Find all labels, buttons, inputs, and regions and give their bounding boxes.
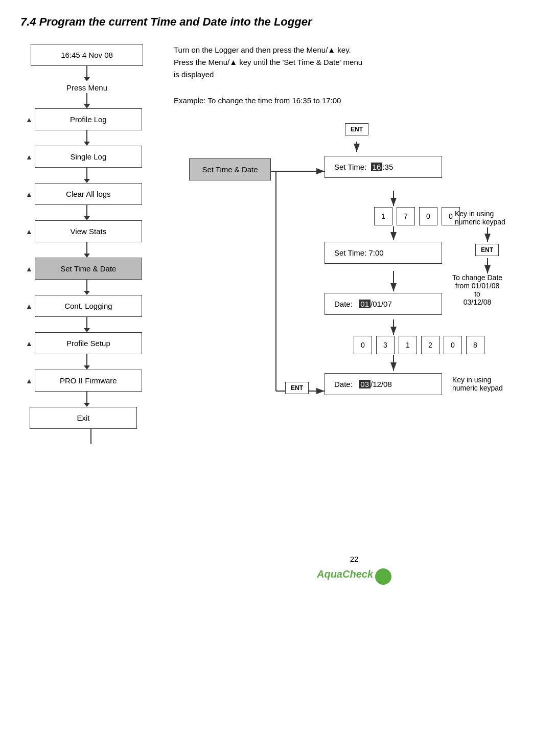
menu-box-clear-logs: Clear All logs [35,183,142,205]
to-change-date-label: To change Datefrom 01/01/08to03/12/08 [452,273,502,306]
key-in-label-1: Key in usingnumeric keypad [455,210,505,226]
menu-box-profile-setup: Profile Setup [35,332,142,354]
key-8: 8 [466,336,484,354]
ent-box-mid: ENT [475,244,499,256]
menu-box-cont-logging: Cont. Logging [35,295,142,317]
triangle-set-time: ▲ [26,265,33,273]
keys-row2: 0 3 1 2 0 8 [353,336,485,354]
ent-box-top: ENT [345,123,368,135]
exit-bottom-line [90,429,91,444]
triangle-profile-log: ▲ [26,116,33,124]
page-title: 7.4 Program the current Time and Date in… [20,15,535,29]
key-3: 3 [376,336,395,354]
menu-item-row-set-time: ▲ Set Time & Date [26,258,148,280]
digit-03: 03 [359,380,371,388]
digit-01: 01 [359,300,371,308]
logo-icon [375,568,391,585]
press-menu-label: Press Menu [66,83,107,92]
instruction-text: Turn on the Logger and then press the Me… [174,44,535,81]
set-time-1635-box: Set Time: 16:35 [325,156,442,178]
triangle-clear-logs: ▲ [26,190,33,198]
logo-area: AquaCheck [174,568,535,585]
arrow-set-time [84,242,90,258]
menu-item-row-clear-logs: ▲ Clear All logs [26,183,148,205]
keys-row1: 1 7 0 0 [373,207,461,225]
arrow-view-stats [84,205,90,220]
key-2: 2 [421,336,440,354]
arrow-profile-setup [84,317,90,332]
initial-display-box: 16:45 4 Nov 08 [31,44,143,66]
date-010107-box: Date: 01/01/07 [325,293,442,315]
ent-box-bottom: ENT [285,382,309,394]
key-1b: 1 [399,336,417,354]
triangle-single-log: ▲ [26,153,33,161]
menu-box-exit: Exit [30,407,137,429]
triangle-view-stats: ▲ [26,227,33,236]
key-7: 7 [397,207,415,225]
menu-item-row-view-stats: ▲ View Stats [26,220,148,242]
menu-box-profile-log: Profile Log [35,108,142,130]
menu-item-row-profile-log: ▲ Profile Log [26,108,148,130]
arrow-clear-logs [84,168,90,183]
triangle-pro-firmware: ▲ [26,377,33,385]
set-time-700-box: Set Time: 7:00 [325,242,442,264]
key-1: 1 [374,207,392,225]
date-031208-box: Date: 03/12/08 [325,373,442,395]
example-label: Example: To change the time from 16:35 t… [174,96,535,105]
menu-box-pro-firmware: PRO II Firmware [35,370,142,392]
arrow-press-menu [84,66,90,81]
key-0c: 0 [354,336,372,354]
logo-text: AquaCheck [317,568,373,585]
menu-box-view-stats: View Stats [35,220,142,242]
diagram-area: ENT Set Time & Date Set Time: 16:35 1 7 … [174,115,521,534]
arrow-to-profile [84,93,90,108]
key-0d: 0 [444,336,462,354]
arrow-pro-firmware [84,354,90,370]
page-number: 22 [174,555,535,563]
right-content: Turn on the Logger and then press the Me… [174,44,535,585]
menu-item-row-exit: Exit [30,407,152,429]
digit-16: 16 [371,163,383,171]
menu-box-single-log: Single Log [35,146,142,168]
arrow-exit [84,392,90,407]
triangle-profile-setup: ▲ [26,339,33,348]
key-0a: 0 [419,207,437,225]
set-time-date-flow-box: Set Time & Date [189,158,271,180]
menu-box-set-time: Set Time & Date [35,258,142,280]
key-in-label-2: Key in usingnumeric keypad [452,376,503,392]
menu-item-row-profile-setup: ▲ Profile Setup [26,332,148,354]
arrow-cont-logging [84,280,90,295]
triangle-cont-logging: ▲ [26,302,33,310]
menu-item-row-single-log: ▲ Single Log [26,146,148,168]
arrow-single-log [84,130,90,146]
left-menu-column: 16:45 4 Nov 08 Press Menu ▲ Profile Log … [20,44,153,444]
menu-item-row-pro-firmware: ▲ PRO II Firmware [26,370,148,392]
menu-item-row-cont-logging: ▲ Cont. Logging [26,295,148,317]
